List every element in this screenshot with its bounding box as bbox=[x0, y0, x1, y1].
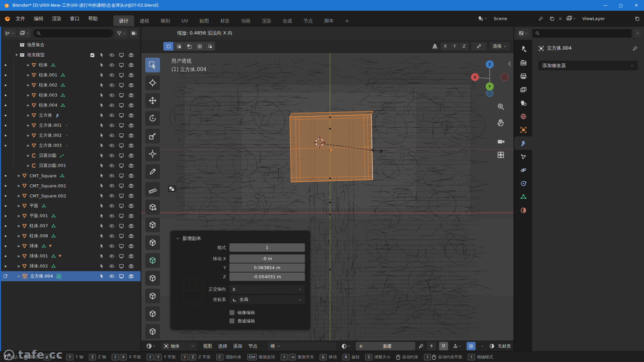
monitor-icon[interactable] bbox=[119, 193, 124, 198]
menu-2[interactable]: 渲染 bbox=[48, 11, 66, 26]
viewport-canvas[interactable]: 用户透视 (1) 立方体.004 Z X bbox=[141, 53, 514, 341]
outliner-row-平面[interactable]: ▶平面 bbox=[1, 201, 141, 211]
workspace-tab-0[interactable]: 设计 bbox=[113, 15, 134, 26]
mirror-axis-y[interactable]: Y bbox=[450, 43, 459, 50]
expand-arrow-icon[interactable]: ▶ bbox=[25, 124, 31, 127]
monitor-icon[interactable] bbox=[119, 263, 124, 269]
monitor-icon[interactable] bbox=[119, 103, 124, 108]
eye-icon[interactable] bbox=[109, 153, 114, 158]
outliner-row-立方体[interactable]: ▶立方体 bbox=[1, 110, 141, 120]
expand-arrow-icon[interactable]: ▶ bbox=[25, 94, 31, 97]
eye-icon[interactable] bbox=[109, 62, 114, 68]
maximize-button[interactable]: □ bbox=[613, 0, 629, 11]
eye-icon[interactable] bbox=[109, 123, 114, 128]
field-dropdown-5[interactable]: 全局 bbox=[229, 295, 305, 304]
outliner-row-场景集合[interactable]: 场景集合 bbox=[1, 40, 141, 50]
monitor-icon[interactable] bbox=[119, 123, 124, 128]
pointer-icon[interactable] bbox=[99, 153, 105, 158]
snap-magnet-button[interactable] bbox=[439, 342, 448, 350]
pointer-icon[interactable] bbox=[99, 133, 105, 138]
outliner-search-field[interactable] bbox=[43, 31, 110, 36]
eye-icon[interactable] bbox=[109, 52, 114, 58]
workspace-tab-9[interactable]: 节点 bbox=[298, 15, 319, 26]
outliner-row-平面.001[interactable]: ▶平面.001 bbox=[1, 211, 141, 221]
outliner-row-球体.001[interactable]: ▶球体.001 bbox=[1, 251, 141, 261]
camera-icon[interactable] bbox=[128, 173, 134, 178]
operator-panel[interactable]: 新增副本 模式1移动 X-0 mY0.063854 mZ-0.054031 m正… bbox=[170, 231, 310, 330]
camera-icon[interactable] bbox=[128, 103, 134, 108]
pointer-icon[interactable] bbox=[99, 243, 105, 249]
menu-0[interactable]: 文件 bbox=[11, 11, 30, 26]
pointer-icon[interactable] bbox=[99, 82, 105, 88]
eye-icon[interactable] bbox=[109, 173, 114, 178]
pointer-icon[interactable] bbox=[99, 143, 105, 148]
camera-icon[interactable] bbox=[128, 163, 134, 168]
monitor-icon[interactable] bbox=[119, 183, 124, 188]
camera-icon[interactable] bbox=[128, 153, 134, 158]
monitor-icon[interactable] bbox=[119, 233, 124, 239]
proportional-falloff-button[interactable] bbox=[471, 42, 487, 51]
tool-bevel[interactable] bbox=[145, 253, 160, 268]
pointer-icon[interactable] bbox=[99, 183, 105, 188]
camera-icon[interactable] bbox=[128, 243, 134, 249]
properties-tab-object[interactable] bbox=[514, 123, 532, 136]
copy-scene-icon[interactable] bbox=[548, 14, 555, 23]
eye-icon[interactable] bbox=[109, 193, 114, 198]
outliner-row-立方体.004[interactable]: ▶立方体.004 bbox=[1, 271, 141, 281]
outliner-search-input[interactable] bbox=[33, 29, 113, 38]
outliner-display-mode-button[interactable] bbox=[4, 29, 16, 38]
camera-icon[interactable] bbox=[128, 183, 134, 188]
outliner-row-立方体.001[interactable]: ▶立方体.001 bbox=[1, 120, 141, 130]
expand-arrow-icon[interactable]: ▶ bbox=[16, 224, 22, 228]
camera-icon[interactable] bbox=[128, 52, 134, 58]
pointer-icon[interactable] bbox=[99, 213, 105, 219]
outliner-row-柱体.007[interactable]: ▶柱体.007 bbox=[1, 221, 141, 231]
close-button[interactable]: ✕ bbox=[629, 0, 644, 11]
properties-tab-tool[interactable] bbox=[514, 43, 532, 56]
outliner-row-柱体.008[interactable]: ▶柱体.008 bbox=[1, 231, 141, 241]
tool-add-cube[interactable] bbox=[145, 200, 160, 215]
monitor-icon[interactable] bbox=[119, 52, 124, 58]
properties-tab-modifiers[interactable] bbox=[514, 136, 532, 150]
expand-arrow-icon[interactable]: ▶ bbox=[16, 244, 22, 248]
expand-arrow-icon[interactable]: ▶ bbox=[16, 204, 22, 207]
outliner-row-立方体.002[interactable]: ▶立方体.002 bbox=[1, 130, 141, 140]
expand-arrow-icon[interactable]: ▶ bbox=[16, 254, 22, 258]
shader-menu-2[interactable]: 添加 bbox=[230, 343, 245, 349]
scene-type-icon[interactable] bbox=[477, 14, 489, 23]
expand-arrow-icon[interactable]: ▶ bbox=[16, 264, 22, 268]
workspace-tab-5[interactable]: 材质 bbox=[215, 15, 235, 26]
monitor-icon[interactable] bbox=[119, 173, 124, 178]
monitor-icon[interactable] bbox=[119, 203, 124, 208]
tool-rotate[interactable] bbox=[145, 111, 160, 126]
properties-tab-particles[interactable] bbox=[514, 150, 532, 163]
workspace-tab-3[interactable]: UV bbox=[176, 15, 194, 26]
properties-tab-physics[interactable] bbox=[514, 163, 532, 177]
outliner-row-贝塞尔圆[interactable]: ▶贝塞尔圆 bbox=[1, 150, 141, 161]
viewlayer-type-icon[interactable] bbox=[565, 14, 577, 23]
outliner-row-柱体.004[interactable]: ▶柱体.004 bbox=[1, 100, 141, 110]
menu-3[interactable]: 窗口 bbox=[66, 11, 84, 26]
expand-arrow-icon[interactable]: ▶ bbox=[25, 83, 31, 87]
viewlayer-name-field[interactable]: ViewLayer bbox=[579, 14, 632, 23]
workspace-tab-4[interactable]: 贴图 bbox=[194, 15, 215, 26]
camera-icon[interactable] bbox=[128, 72, 134, 78]
outliner-row-球体[interactable]: ▶球体 bbox=[1, 241, 141, 251]
parent-up-button[interactable] bbox=[427, 342, 436, 350]
eye-icon[interactable] bbox=[109, 143, 114, 148]
eye-icon[interactable] bbox=[109, 203, 114, 208]
monitor-icon[interactable] bbox=[119, 133, 124, 138]
shader-menu-3[interactable]: 节点 bbox=[246, 343, 260, 349]
camera-icon[interactable] bbox=[128, 213, 134, 219]
monitor-icon[interactable] bbox=[119, 253, 124, 259]
monitor-icon[interactable] bbox=[119, 213, 124, 219]
operator-panel-header[interactable]: 新增副本 bbox=[176, 234, 305, 243]
outliner-row-柱体.003[interactable]: ▶柱体.003 bbox=[1, 90, 141, 100]
tool-extrude-region[interactable] bbox=[145, 218, 160, 232]
monitor-icon[interactable] bbox=[119, 113, 124, 118]
eye-icon[interactable] bbox=[109, 233, 114, 239]
collapse-chevron-icon[interactable] bbox=[176, 237, 180, 241]
pointer-icon[interactable] bbox=[99, 193, 105, 198]
camera-icon[interactable] bbox=[128, 233, 134, 239]
camera-icon[interactable] bbox=[128, 93, 134, 98]
